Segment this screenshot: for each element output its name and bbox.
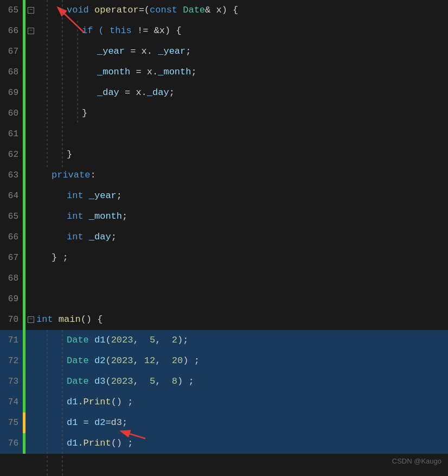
line-number: 63 [0, 165, 23, 186]
change-indicator [23, 227, 25, 247]
line-number: 65 [0, 206, 23, 227]
code-line: 60} [0, 103, 448, 124]
fold-column: − [25, 28, 36, 34]
change-indicator [23, 21, 25, 41]
line-number: 66 [0, 227, 23, 247]
change-indicator [23, 289, 25, 309]
line-number: 71 [0, 330, 23, 351]
code-content: private: [36, 165, 448, 186]
change-indicator [23, 103, 25, 124]
code-content: Date d3(2023, 5, 8) ; [36, 371, 448, 392]
line-number: 64 [0, 186, 23, 206]
code-line: 65−void operator=(const Date& x) { [0, 0, 448, 21]
line-number: 76 [0, 433, 23, 454]
code-content: } [36, 103, 448, 124]
code-content: _month = x._month; [36, 62, 448, 82]
code-content: d1.Print() ; [36, 392, 448, 412]
code-line: 69 [0, 289, 448, 309]
change-indicator [23, 351, 25, 371]
code-content: d1.Print() ; [36, 433, 448, 454]
change-indicator [23, 144, 25, 165]
code-content: int main() { [36, 309, 448, 330]
code-line: 64int _year; [0, 186, 448, 206]
change-indicator [23, 206, 25, 227]
watermark: CSDN @Kaugo [392, 451, 441, 472]
line-number: 73 [0, 371, 23, 392]
code-line: 72Date d2(2023, 12, 20) ; [0, 351, 448, 371]
code-line: 65int _month; [0, 206, 448, 227]
code-line: 68_month = x._month; [0, 62, 448, 82]
line-number: 60 [0, 103, 23, 124]
code-line: 67_year = x. _year; [0, 41, 448, 62]
line-number: 67 [0, 247, 23, 268]
change-indicator [23, 392, 25, 412]
change-indicator [23, 186, 25, 206]
code-content: } [36, 144, 448, 165]
code-line: 71Date d1(2023, 5, 2); [0, 330, 448, 351]
code-content: _day = x._day; [36, 82, 448, 103]
change-indicator [23, 412, 25, 433]
line-number: 74 [0, 392, 23, 412]
line-number: 68 [0, 268, 23, 289]
code-line: 70−int main() { [0, 309, 448, 330]
line-number: 68 [0, 62, 23, 82]
code-content: if ( this != &x) { [36, 21, 448, 41]
code-editor: 65−void operator=(const Date& x) {66−if … [0, 0, 448, 476]
change-indicator [23, 330, 25, 351]
fold-toggle[interactable]: − [28, 316, 34, 323]
code-content: Date d1(2023, 5, 2); [36, 330, 448, 351]
code-line: 66int _day; [0, 227, 448, 247]
change-indicator [23, 268, 25, 289]
code-content: int _year; [36, 186, 448, 206]
change-indicator [23, 41, 25, 62]
code-line: 74d1.Print() ; [0, 392, 448, 412]
change-indicator [23, 62, 25, 82]
line-number: 67 [0, 41, 23, 62]
code-content: _year = x. _year; [36, 41, 448, 62]
line-number: 61 [0, 124, 23, 144]
change-indicator [23, 247, 25, 268]
fold-column: − [25, 316, 36, 323]
code-line: 61 [0, 124, 448, 144]
code-content: Date d2(2023, 12, 20) ; [36, 351, 448, 371]
change-indicator [23, 165, 25, 186]
code-content: } ; [36, 247, 448, 268]
fold-toggle[interactable]: − [28, 28, 34, 34]
change-indicator [23, 433, 25, 454]
code-content: int _month; [36, 206, 448, 227]
change-indicator [23, 0, 25, 21]
fold-toggle[interactable]: − [28, 7, 34, 14]
code-line: 67} ; [0, 247, 448, 268]
code-line: 69_day = x._day; [0, 82, 448, 103]
line-number: 66 [0, 21, 23, 41]
code-line: 66−if ( this != &x) { [0, 21, 448, 41]
code-line: 68 [0, 268, 448, 289]
code-line: 63private: [0, 165, 448, 186]
line-number: 69 [0, 82, 23, 103]
code-content: int _day; [36, 227, 448, 247]
line-number: 65 [0, 0, 23, 21]
code-content: void operator=(const Date& x) { [36, 0, 448, 21]
code-line: 73Date d3(2023, 5, 8) ; [0, 371, 448, 392]
change-indicator [23, 309, 25, 330]
line-number: 72 [0, 351, 23, 371]
change-indicator [23, 82, 25, 103]
change-indicator [23, 371, 25, 392]
line-number: 62 [0, 144, 23, 165]
line-number: 75 [0, 412, 23, 433]
code-line: 75d1 = d2=d3; [0, 412, 448, 433]
code-line: 76d1.Print() ; [0, 433, 448, 454]
change-indicator [23, 124, 25, 144]
line-number: 69 [0, 289, 23, 309]
code-content: d1 = d2=d3; [36, 412, 448, 433]
line-number: 70 [0, 309, 23, 330]
code-line: 62} [0, 144, 448, 165]
fold-column: − [25, 7, 36, 14]
